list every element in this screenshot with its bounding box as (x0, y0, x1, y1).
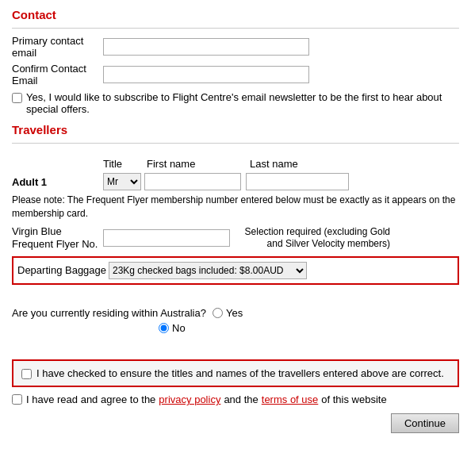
confirm-titles-text: I have checked to ensure the titles and … (36, 367, 444, 379)
confirm-box: I have checked to ensure the titles and … (12, 359, 459, 387)
baggage-label: Departing Baggage (17, 264, 109, 278)
primary-email-row: Primary contact email (12, 35, 459, 59)
confirm-email-label: Confirm Contact Email (12, 63, 103, 86)
ff-input[interactable] (103, 229, 230, 247)
yes-label: Yes (226, 307, 243, 319)
residing-section: Are you currently residing within Austra… (12, 307, 459, 334)
yes-radio[interactable] (213, 308, 223, 318)
contact-section-title: Contact (12, 8, 459, 21)
policy-suffix: of this website (321, 393, 386, 405)
ff-selection-note: Selection required (excluding Gold and S… (239, 226, 390, 251)
baggage-select[interactable]: 23Kg checked bags included: $8.00AUD (109, 262, 307, 279)
primary-email-label: Primary contact email (12, 35, 103, 59)
lastname-input[interactable] (246, 173, 349, 190)
adult1-label: Adult 1 (12, 176, 103, 188)
subscribe-row: Yes, I would like to subscribe to Flight… (12, 91, 459, 115)
confirm-email-input[interactable] (103, 66, 309, 83)
no-radio[interactable] (159, 323, 169, 333)
col-lastname-label: Last name (250, 158, 353, 170)
primary-email-input[interactable] (103, 38, 309, 56)
residing-question: Are you currently residing within Austra… (12, 307, 206, 319)
col-firstname-label: First name (147, 158, 250, 170)
travellers-section: Travellers Title First name Last name Ad… (12, 123, 459, 285)
residing-row: Are you currently residing within Austra… (12, 307, 459, 319)
contact-section: Contact Primary contact email Confirm Co… (12, 8, 459, 115)
policy-checkbox[interactable] (12, 394, 22, 405)
continue-row: Continue (12, 413, 459, 433)
confirm-email-row: Confirm Contact Email (12, 63, 459, 86)
no-row: No (12, 322, 459, 334)
subscribe-text: Yes, I would like to subscribe to Flight… (26, 91, 459, 115)
baggage-row: Departing Baggage 23Kg checked bags incl… (12, 256, 459, 285)
traveller-header: Title First name Last name (12, 158, 459, 170)
col-title-label: Title (103, 158, 147, 170)
subscribe-checkbox[interactable] (12, 93, 22, 103)
continue-button[interactable]: Continue (391, 413, 459, 433)
confirm-titles-checkbox[interactable] (21, 369, 32, 379)
adult1-row: Adult 1 Mr Mrs Ms Miss Dr (12, 173, 459, 190)
policy-and: and the (224, 393, 258, 405)
policy-prefix: I have read and agree to the (26, 393, 155, 405)
ff-label: Virgin Blue Frequent Flyer No. (12, 225, 103, 252)
privacy-policy-link[interactable]: privacy policy (159, 393, 220, 405)
terms-of-use-link[interactable]: terms of use (262, 393, 319, 405)
firstname-input[interactable] (144, 173, 241, 190)
ff-row: Virgin Blue Frequent Flyer No. Selection… (12, 225, 459, 252)
no-label: No (172, 322, 186, 334)
title-select[interactable]: Mr Mrs Ms Miss Dr (103, 173, 141, 190)
travellers-section-title: Travellers (12, 123, 459, 136)
ff-note-text: Please note: The Frequent Flyer membersh… (12, 194, 459, 221)
policy-row: I have read and agree to the privacy pol… (12, 393, 459, 405)
